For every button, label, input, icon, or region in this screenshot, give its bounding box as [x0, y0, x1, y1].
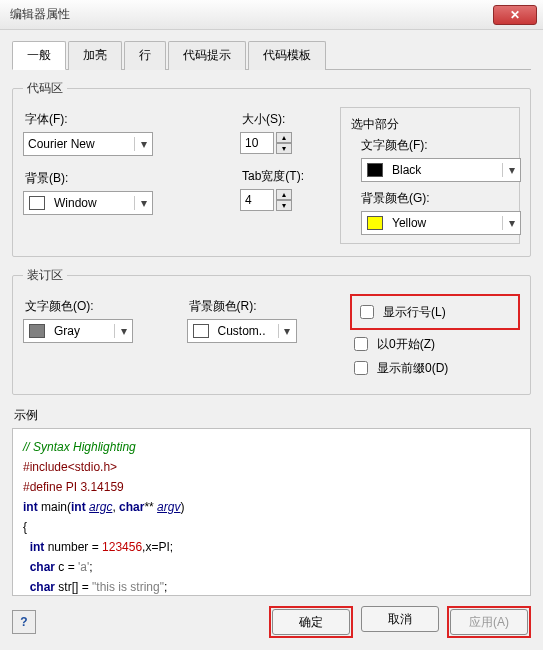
sel-fg-combo[interactable]: Black ▾ — [361, 158, 521, 182]
gutter-bg-swatch — [193, 324, 209, 338]
font-combo[interactable]: Courier New ▾ — [23, 132, 153, 156]
spin-buttons: ▴ ▾ — [276, 132, 292, 154]
group-selection: 选中部分 文字颜色(F): Black ▾ 背景颜色(G): Yellow ▾ — [340, 107, 520, 244]
help-icon: ? — [20, 615, 27, 629]
gutter-bg-combo[interactable]: Custom.. ▾ — [187, 319, 297, 343]
gutter-bg-label: 背景颜色(R): — [189, 298, 341, 315]
group-code: 代码区 字体(F): Courier New ▾ 背景(B): Window ▾… — [12, 80, 531, 257]
spin-buttons: ▴ ▾ — [276, 189, 292, 211]
chk-line-number-label: 显示行号(L) — [383, 304, 446, 321]
chevron-down-icon: ▾ — [134, 196, 152, 210]
tab-line[interactable]: 行 — [124, 41, 166, 70]
bg-value: Window — [50, 196, 134, 210]
example-preview: // Syntax Highlighting#include<stdio.h>#… — [12, 428, 531, 596]
chevron-down-icon: ▾ — [502, 216, 520, 230]
apply-emphasis: 应用(A) — [447, 606, 531, 638]
ok-emphasis: 确定 — [269, 606, 353, 638]
sel-fg-label: 文字颜色(F): — [361, 137, 509, 154]
gutter-fg-value: Gray — [50, 324, 114, 338]
close-button[interactable]: ✕ — [493, 5, 537, 25]
chevron-down-icon: ▾ — [502, 163, 520, 177]
bg-combo[interactable]: Window ▾ — [23, 191, 153, 215]
gutter-fg-combo[interactable]: Gray ▾ — [23, 319, 133, 343]
bg-label: 背景(B): — [25, 170, 230, 187]
example-content: // Syntax Highlighting#include<stdio.h>#… — [23, 437, 520, 596]
gutter-fg-label: 文字颜色(O): — [25, 298, 177, 315]
cancel-button[interactable]: 取消 — [361, 606, 439, 632]
help-button[interactable]: ? — [12, 610, 36, 634]
tabw-input[interactable] — [240, 189, 274, 211]
tab-codehint[interactable]: 代码提示 — [168, 41, 246, 70]
chevron-down-icon: ▾ — [114, 324, 132, 338]
chevron-down-icon: ▾ — [278, 324, 296, 338]
sel-bg-combo[interactable]: Yellow ▾ — [361, 211, 521, 235]
size-label: 大小(S): — [242, 111, 330, 128]
chk-prefix-zero[interactable]: 显示前缀0(D) — [350, 358, 520, 378]
chk-zero-label: 以0开始(Z) — [377, 336, 435, 353]
spin-down[interactable]: ▾ — [276, 200, 292, 211]
chk-zero-based[interactable]: 以0开始(Z) — [350, 334, 520, 354]
tab-template[interactable]: 代码模板 — [248, 41, 326, 70]
highlight-emphasis: 显示行号(L) — [350, 294, 520, 330]
sel-bg-swatch — [367, 216, 383, 230]
tabw-label: Tab宽度(T): — [242, 168, 330, 185]
tab-bar: 一般 加亮 行 代码提示 代码模板 — [12, 40, 531, 70]
titlebar: 编辑器属性 ✕ — [0, 0, 543, 30]
bg-swatch — [29, 196, 45, 210]
sel-bg-label: 背景颜色(G): — [361, 190, 509, 207]
chk-prefix-input[interactable] — [354, 361, 368, 375]
ok-button[interactable]: 确定 — [272, 609, 350, 635]
chk-line-number[interactable]: 显示行号(L) — [356, 302, 514, 322]
chevron-down-icon: ▾ — [134, 137, 152, 151]
sel-fg-value: Black — [388, 163, 502, 177]
sel-fg-swatch — [367, 163, 383, 177]
gutter-fg-swatch — [29, 324, 45, 338]
sel-bg-value: Yellow — [388, 216, 502, 230]
chk-line-number-input[interactable] — [360, 305, 374, 319]
tab-highlight[interactable]: 加亮 — [68, 41, 122, 70]
close-icon: ✕ — [510, 8, 520, 22]
spin-up[interactable]: ▴ — [276, 189, 292, 200]
window-title: 编辑器属性 — [10, 6, 70, 23]
chk-zero-input[interactable] — [354, 337, 368, 351]
apply-button[interactable]: 应用(A) — [450, 609, 528, 635]
group-gutter-legend: 装订区 — [23, 267, 67, 284]
tabw-spinner[interactable]: ▴ ▾ — [240, 189, 330, 211]
tab-general[interactable]: 一般 — [12, 41, 66, 70]
chk-prefix-label: 显示前缀0(D) — [377, 360, 448, 377]
gutter-bg-value: Custom.. — [214, 324, 278, 338]
font-label: 字体(F): — [25, 111, 230, 128]
spin-down[interactable]: ▾ — [276, 143, 292, 154]
group-gutter: 装订区 文字颜色(O): Gray ▾ 背景颜色(R): Custom.. ▾ — [12, 267, 531, 395]
footer-buttons: 确定 取消 应用(A) — [269, 606, 531, 638]
size-input[interactable] — [240, 132, 274, 154]
example-label: 示例 — [14, 407, 531, 424]
size-spinner[interactable]: ▴ ▾ — [240, 132, 330, 154]
font-value: Courier New — [24, 137, 134, 151]
group-code-legend: 代码区 — [23, 80, 67, 97]
spin-up[interactable]: ▴ — [276, 132, 292, 143]
client-area: 一般 加亮 行 代码提示 代码模板 代码区 字体(F): Courier New… — [0, 30, 543, 650]
sel-title: 选中部分 — [351, 116, 509, 133]
footer: ? 确定 取消 应用(A) — [12, 606, 531, 638]
